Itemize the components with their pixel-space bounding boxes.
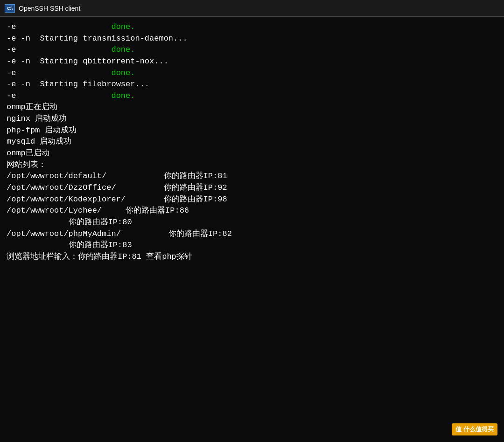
terminal-text: /opt/wwwroot/Lychee/ 你的路由器IP:86 — [7, 206, 189, 215]
terminal-line: -e done. — [7, 68, 497, 79]
watermark: 值 什么值得买 — [452, 423, 497, 435]
terminal-text: nginx 启动成功 — [7, 114, 67, 123]
terminal-line: /opt/wwwroot/DzzOffice/ 你的路由器IP:92 — [7, 182, 497, 194]
terminal-text: -e — [7, 45, 111, 54]
terminal-line: -e -n Starting transmission-daemon... — [7, 33, 497, 45]
terminal-icon: C:\ — [5, 4, 15, 13]
terminal-text: done. — [111, 45, 135, 54]
terminal-line: php-fpm 启动成功 — [7, 125, 497, 137]
terminal-line: -e done. — [7, 90, 497, 102]
terminal-text: -e — [7, 91, 111, 100]
terminal-text: 浏览器地址栏输入：你的路由器IP:81 查看php探针 — [7, 252, 192, 261]
terminal-text: onmp已启动 — [7, 149, 49, 158]
terminal-text: done. — [111, 22, 135, 31]
terminal-line: mysqld 启动成功 — [7, 136, 497, 148]
terminal-text: /opt/wwwroot/DzzOffice/ 你的路由器IP:92 — [7, 183, 227, 192]
terminal-output: -e done.-e -n Starting transmission-daem… — [0, 17, 504, 442]
terminal-line: /opt/wwwroot/phpMyAdmin/ 你的路由器IP:82 — [7, 228, 497, 240]
terminal-text: onmp正在启动 — [7, 103, 57, 111]
terminal-line: -e -n Starting filebrowser... — [7, 79, 497, 90]
terminal-line: -e done. — [7, 21, 497, 33]
terminal-line: /opt/wwwroot/Kodexplorer/ 你的路由器IP:98 — [7, 194, 497, 206]
terminal-line: /opt/wwwroot/Lychee/ 你的路由器IP:86 — [7, 205, 497, 217]
terminal-text: mysqld 启动成功 — [7, 137, 71, 146]
terminal-text: 你的路由器IP:80 — [7, 218, 132, 227]
window-title: OpenSSH SSH client — [19, 5, 80, 12]
terminal-line: -e done. — [7, 44, 497, 56]
terminal-line: onmp正在启动 — [7, 102, 497, 113]
terminal-text: done. — [111, 91, 135, 100]
terminal-line: -e -n Starting qbittorrent-nox... — [7, 56, 497, 68]
terminal-text: /opt/wwwroot/phpMyAdmin/ 你的路由器IP:82 — [7, 229, 232, 238]
terminal-line: 你的路由器IP:83 — [7, 240, 497, 251]
terminal-line: 你的路由器IP:80 — [7, 217, 497, 228]
terminal-text: 网站列表： — [7, 160, 46, 169]
terminal-text: -e — [7, 69, 111, 77]
terminal-text: -e -n Starting filebrowser... — [7, 80, 149, 89]
title-bar: C:\ OpenSSH SSH client — [0, 0, 504, 17]
terminal-text: 你的路由器IP:83 — [7, 241, 132, 249]
terminal-text: -e — [7, 22, 111, 31]
terminal-line: onmp已启动 — [7, 148, 497, 159]
terminal-text: /opt/wwwroot/Kodexplorer/ 你的路由器IP:98 — [7, 195, 227, 204]
terminal-line: nginx 启动成功 — [7, 113, 497, 125]
terminal-line: 网站列表： — [7, 159, 497, 171]
terminal-text: -e -n Starting transmission-daemon... — [7, 34, 188, 43]
terminal-text: /opt/wwwroot/default/ 你的路由器IP:81 — [7, 172, 227, 180]
terminal-line: 浏览器地址栏输入：你的路由器IP:81 查看php探针 — [7, 251, 497, 263]
terminal-text: done. — [111, 69, 135, 77]
terminal-text: php-fpm 启动成功 — [7, 126, 77, 135]
terminal-text: -e -n Starting qbittorrent-nox... — [7, 57, 168, 66]
terminal-line: /opt/wwwroot/default/ 你的路由器IP:81 — [7, 171, 497, 182]
